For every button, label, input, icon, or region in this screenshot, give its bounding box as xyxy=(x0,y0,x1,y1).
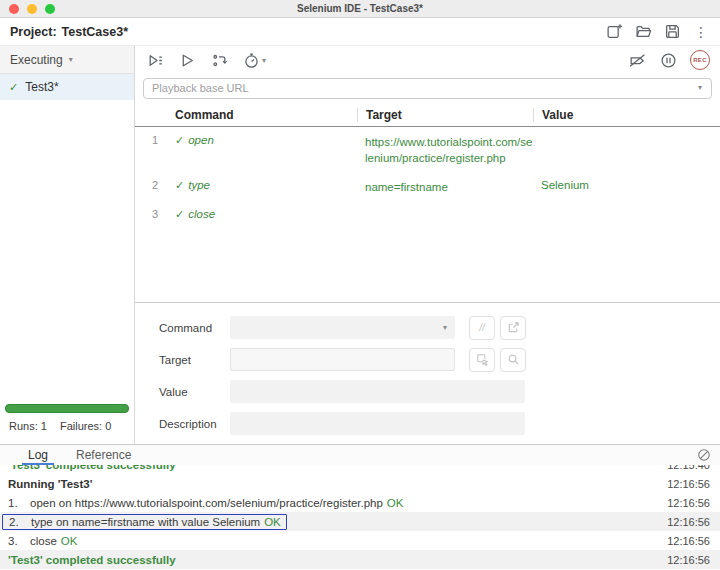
commands-table: Command Target Value 1 ✓open https://www… xyxy=(135,105,720,303)
test-name: Test3* xyxy=(25,80,58,94)
chevron-down-icon: ▾ xyxy=(262,56,266,65)
log-timestamp: 12:16:56 xyxy=(667,516,710,528)
failures-count: Failures: 0 xyxy=(60,420,111,432)
clear-log-icon[interactable] xyxy=(697,448,711,462)
step-passed-check-icon: ✓ xyxy=(175,179,184,191)
run-current-test-button[interactable] xyxy=(179,52,196,69)
editor-pane: ▾ REC ▾ xyxy=(135,46,720,444)
test-speed-button[interactable]: ▾ xyxy=(243,52,266,69)
command-name: open xyxy=(188,134,214,146)
command-name: close xyxy=(188,208,215,220)
chevron-down-icon: ▾ xyxy=(443,323,447,332)
log-timestamp: 12:16:56 xyxy=(667,554,710,566)
row-number: 3 xyxy=(135,208,175,220)
tab-reference[interactable]: Reference xyxy=(76,448,131,462)
window-titlebar: Selenium IDE - TestCase3* xyxy=(0,0,720,18)
select-target-icon[interactable] xyxy=(469,348,495,372)
run-all-tests-button[interactable] xyxy=(147,52,164,69)
column-header-value: Value xyxy=(533,108,720,122)
search-icon[interactable] xyxy=(500,348,526,372)
playback-toolbar: ▾ REC xyxy=(135,46,720,75)
column-header-command: Command xyxy=(175,108,357,122)
command-value: Selenium xyxy=(533,179,720,191)
tests-sidebar: Executing ▾ ✓ Test3* Runs: 1 Failures: 0 xyxy=(0,46,135,444)
test-passed-check-icon: ✓ xyxy=(9,81,18,94)
value-input[interactable] xyxy=(230,380,525,403)
command-field-label: Command xyxy=(159,322,230,334)
project-title: Project:TestCase3* xyxy=(10,25,128,39)
commands-table-header: Command Target Value xyxy=(135,105,720,127)
sidebar-item-test3[interactable]: ✓ Test3* xyxy=(0,74,134,100)
window-title: Selenium IDE - TestCase3* xyxy=(0,3,720,14)
description-field-label: Description xyxy=(159,418,230,430)
description-input[interactable] xyxy=(230,412,525,435)
log-status: OK xyxy=(264,516,281,528)
log-timestamp: 12:16:56 xyxy=(667,497,710,509)
project-header: Project:TestCase3* ⋮ xyxy=(0,18,720,46)
step-passed-check-icon: ✓ xyxy=(175,134,184,146)
runs-count: Runs: 1 xyxy=(9,420,47,432)
open-external-icon[interactable] xyxy=(500,316,526,340)
step-passed-check-icon: ✓ xyxy=(175,208,184,220)
log-message: Running 'Test3' xyxy=(8,478,92,490)
command-target: name=firstname xyxy=(357,179,533,195)
log-timestamp: 12:16:56 xyxy=(667,535,710,547)
menu-kebab-icon[interactable]: ⋮ xyxy=(692,23,710,41)
log-entry[interactable]: 'Test3' completed successfully 12:16:56 xyxy=(0,550,720,569)
command-select[interactable]: ▾ xyxy=(230,316,455,339)
log-status: OK xyxy=(387,497,404,509)
log-entries: 'Test3' completed successfully 12:15:40 … xyxy=(0,455,720,569)
project-label: Project: xyxy=(10,25,57,39)
log-entry[interactable]: Running 'Test3' 12:16:56 xyxy=(0,474,720,493)
tests-dropdown[interactable]: Executing ▾ xyxy=(0,46,134,74)
main-body: Executing ▾ ✓ Test3* Runs: 1 Failures: 0 xyxy=(0,46,720,444)
log-status: OK xyxy=(61,535,78,547)
row-number: 2 xyxy=(135,179,175,191)
target-field-label: Target xyxy=(159,354,230,366)
table-row[interactable]: 2 ✓type name=firstname Selenium xyxy=(135,172,720,201)
log-entry[interactable]: 3. close OK 12:16:56 xyxy=(0,531,720,550)
new-project-icon[interactable] xyxy=(605,23,623,41)
column-header-target: Target xyxy=(357,108,533,122)
pause-on-exceptions-button[interactable] xyxy=(660,52,677,69)
log-timestamp: 12:16:56 xyxy=(667,478,710,490)
log-message: open on https://www.tutorialspoint.com/s… xyxy=(30,497,383,509)
open-project-icon[interactable] xyxy=(634,23,652,41)
project-name: TestCase3* xyxy=(62,25,128,39)
chevron-down-icon: ▾ xyxy=(69,55,73,64)
log-step-number: 3. xyxy=(8,535,30,547)
target-input[interactable] xyxy=(230,348,455,371)
tests-dropdown-label: Executing xyxy=(10,53,63,67)
log-message: 'Test3' completed successfully xyxy=(8,554,176,566)
playback-url-row: ▾ xyxy=(135,75,720,105)
command-name: type xyxy=(188,179,210,191)
table-row[interactable]: 1 ✓open https://www.tutorialspoint.com/s… xyxy=(135,127,720,172)
log-entry[interactable]: 1. open on https://www.tutorialspoint.co… xyxy=(0,493,720,512)
save-project-icon[interactable] xyxy=(663,23,681,41)
xpath-toggle-button[interactable]: // xyxy=(469,316,495,340)
log-entry-selected[interactable]: 2. type on name=firstname with value Sel… xyxy=(0,512,720,531)
log-tabs: Log Reference xyxy=(0,445,720,465)
log-selection-box: 2. type on name=firstname with value Sel… xyxy=(2,514,287,530)
log-step-number: 2. xyxy=(9,516,31,528)
tab-log[interactable]: Log xyxy=(28,448,48,462)
command-target: https://www.tutorialspoint.com/selenium/… xyxy=(357,134,533,166)
step-editor-form: Command ▾ // Target xyxy=(135,303,720,444)
row-number: 1 xyxy=(135,134,175,146)
log-step-number: 1. xyxy=(8,497,30,509)
run-summary: Runs: 1 Failures: 0 xyxy=(0,404,134,444)
table-row[interactable]: 3 ✓close xyxy=(135,201,720,227)
playback-base-url-input[interactable] xyxy=(143,78,712,99)
disable-breakpoints-button[interactable] xyxy=(628,52,647,69)
log-message: close xyxy=(30,535,57,547)
step-over-button[interactable] xyxy=(211,52,228,69)
log-message: type on name=firstname with value Seleni… xyxy=(31,516,260,528)
value-field-label: Value xyxy=(159,386,230,398)
record-button[interactable]: REC xyxy=(690,50,710,70)
run-progress-bar xyxy=(5,404,129,413)
log-panel: Log Reference 'Test3' completed successf… xyxy=(0,444,720,570)
